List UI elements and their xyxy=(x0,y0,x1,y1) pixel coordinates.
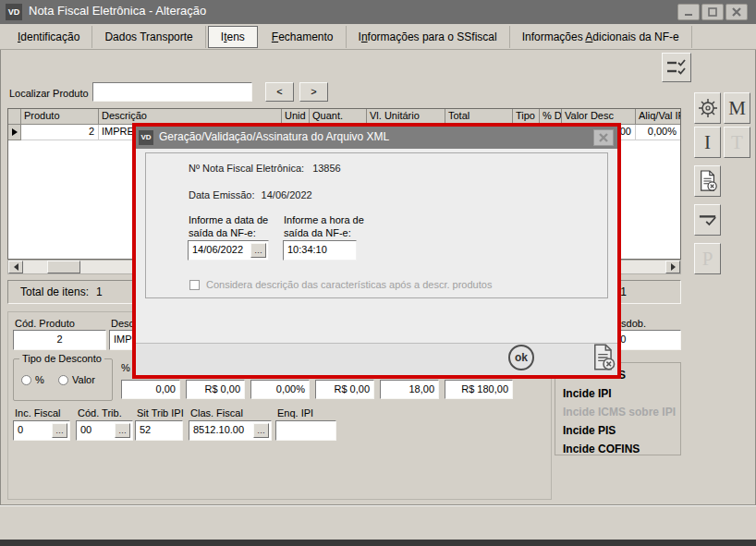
sit-trib-ipi-label: Sit Trib IPI xyxy=(137,407,184,419)
maximize-button[interactable] xyxy=(701,4,724,20)
row-selector xyxy=(8,125,21,140)
app-icon: VD xyxy=(6,4,22,20)
incide-pis: Incide PIS xyxy=(563,421,680,440)
m-button-label: M xyxy=(728,97,746,120)
enq-ipi-label: Enq. IPI xyxy=(277,407,313,419)
column-header-selector xyxy=(8,109,21,125)
bottom-toolbar: ? xyxy=(0,506,756,540)
title-bar: VD Nota Fiscal Eletrônica - Alteração xyxy=(0,0,756,24)
t-button[interactable]: T xyxy=(724,127,750,158)
saida-data-input[interactable]: 14/06/2022 … xyxy=(188,240,269,261)
clas-fiscal-picker-button[interactable]: … xyxy=(253,423,269,438)
cod-trib-label: Cód. Trib. xyxy=(78,407,122,419)
p-button[interactable]: P xyxy=(694,243,721,274)
scroll-right-button[interactable] xyxy=(665,261,680,273)
close-button[interactable] xyxy=(726,4,748,20)
emissao-value: 14/06/2022 xyxy=(262,189,312,200)
icms-valor-field[interactable]: R$ 180,00 xyxy=(445,380,513,399)
radio-percent[interactable]: % xyxy=(21,374,44,385)
enq-ipi-input[interactable] xyxy=(275,420,336,441)
cod-trib-picker-button[interactable]: … xyxy=(115,423,130,438)
considera-descricao-label: Considera descrição das características … xyxy=(206,279,492,290)
minimize-icon xyxy=(684,7,693,17)
saida-data-picker-button[interactable]: … xyxy=(250,243,266,258)
icms-pct-field[interactable]: 18,00 xyxy=(380,380,439,399)
radio-percent-label: % xyxy=(35,374,44,385)
radio-percent-circle-icon xyxy=(21,375,31,385)
localizar-produto-label: Localizar Produto xyxy=(9,88,89,99)
inc-fiscal-input[interactable]: 0 … xyxy=(13,420,70,441)
xml-generation-dialog: VD Geração/Validação/Assinatura do Arqui… xyxy=(132,123,621,379)
confirm-line-button[interactable] xyxy=(694,204,721,236)
tab-bar: Identificação Dados Transporte Itens Fec… xyxy=(0,24,756,50)
emissao-line: Data Emissão: 14/06/2022 xyxy=(189,189,312,200)
gear-button[interactable] xyxy=(694,92,721,124)
total-itens-label: Total de itens: xyxy=(20,285,89,298)
radio-valor-label: Valor xyxy=(72,374,95,385)
dialog-cancel-icon xyxy=(591,344,616,371)
tab-informacoes-adicionais[interactable]: Informações Adicionais da NF-e xyxy=(510,26,692,48)
clas-fiscal-input[interactable]: 8512.10.00 … xyxy=(189,420,272,441)
cod-produto-input[interactable]: 2 xyxy=(13,330,106,350)
cell-aliq-ipi: 0,00% xyxy=(636,125,680,140)
radio-valor[interactable]: Valor xyxy=(58,374,95,385)
column-header-produto[interactable]: Produto xyxy=(21,109,99,125)
gear-icon xyxy=(698,98,718,118)
m-button[interactable]: M xyxy=(724,92,750,124)
dialog-button-bar xyxy=(136,343,617,375)
dialog-cancel-button[interactable] xyxy=(591,344,618,371)
previous-item-button[interactable]: < xyxy=(265,82,294,102)
desconto-valor-field[interactable]: R$ 0,00 xyxy=(186,380,245,399)
scrollbar-thumb[interactable] xyxy=(47,261,80,273)
inc-fiscal-picker-button[interactable]: … xyxy=(52,423,67,438)
close-icon xyxy=(732,7,741,17)
saida-hora-input[interactable]: 10:34:10 xyxy=(283,240,357,261)
tab-informacoes-ssfiscal[interactable]: Informações para o SSfiscal xyxy=(347,26,510,48)
cancel-document-button[interactable] xyxy=(694,165,721,197)
t-button-label: T xyxy=(731,131,743,154)
saida-data-label: Informe a data de saída da NF-e: xyxy=(189,213,292,239)
checklist-icon xyxy=(665,58,688,77)
saida-hora-label: Informe a hora de saída da NF-e: xyxy=(284,213,387,239)
cod-trib-input[interactable]: 00 … xyxy=(76,420,133,441)
sit-trib-ipi-input[interactable]: 52 xyxy=(135,420,183,441)
inc-fiscal-value: 0 xyxy=(18,424,23,435)
dialog-close-icon xyxy=(599,133,608,142)
window-bottom-edge xyxy=(0,540,756,546)
desconto-pct-field[interactable]: 0,00 xyxy=(121,380,180,399)
emissao-label: Data Emissão: xyxy=(189,189,255,200)
cell-produto: 2 xyxy=(21,125,99,140)
ipi-valor-field[interactable]: R$ 0,00 xyxy=(315,380,374,399)
incide-icms-sobre-ipi: Incide ICMS sobre IPI xyxy=(563,403,680,421)
i-button-label: I xyxy=(704,131,711,154)
ipi-pct-field[interactable]: 0,00% xyxy=(250,380,310,399)
nfe-number-line: Nº Nota Fiscal Eletrônica: 13856 xyxy=(189,163,341,174)
tipo-desconto-groupbox: Tipo de Desconto % Valor xyxy=(13,358,113,401)
cod-produto-label: Cód. Produto xyxy=(15,318,75,329)
considera-descricao-checkbox[interactable] xyxy=(189,280,200,290)
minimize-button[interactable] xyxy=(677,4,700,20)
tab-fechamento[interactable]: Fechamento xyxy=(260,26,347,48)
window-title: Nota Fiscal Eletrônica - Alteração xyxy=(29,4,206,18)
column-header-aliq-ipi[interactable]: Aliq/Val IP xyxy=(636,109,680,125)
maximize-icon xyxy=(708,7,717,17)
p-button-label: P xyxy=(702,248,713,271)
dialog-close-button[interactable] xyxy=(593,129,614,146)
document-cancel-icon xyxy=(698,170,718,192)
saida-data-value: 14/06/2022 xyxy=(192,244,243,255)
tab-identificacao[interactable]: Identificação xyxy=(6,26,92,48)
clas-fiscal-label: Clas. Fiscal xyxy=(190,407,243,419)
dialog-app-icon: VD xyxy=(139,130,153,145)
scroll-right-icon xyxy=(671,263,676,271)
nfe-number-value: 13856 xyxy=(312,163,341,174)
next-item-button[interactable]: > xyxy=(299,82,328,102)
localizar-produto-input[interactable] xyxy=(92,82,252,102)
item-list-button[interactable] xyxy=(662,53,691,82)
tab-dados-transporte[interactable]: Dados Transporte xyxy=(92,26,205,48)
i-button[interactable]: I xyxy=(694,127,721,158)
ok-button[interactable]: ok xyxy=(508,345,534,370)
scroll-left-button[interactable] xyxy=(8,261,23,273)
tab-itens[interactable]: Itens xyxy=(208,26,258,48)
pct-label-fragment: % xyxy=(121,362,130,373)
dialog-title: Geração/Validação/Assinatura do Arquivo … xyxy=(159,130,389,143)
